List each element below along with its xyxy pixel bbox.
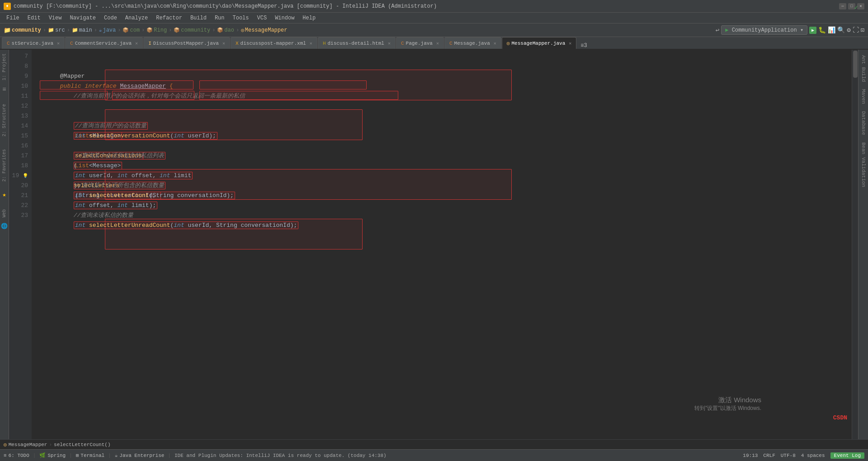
structure-tab[interactable]: 2: Structure <box>1 102 8 138</box>
tab-page[interactable]: C Page.java ✕ <box>396 37 444 49</box>
nav-community-pkg[interactable]: community <box>181 27 210 33</box>
terminal-icon: ⊞ <box>76 452 79 458</box>
menu-navigate[interactable]: Navigate <box>66 14 99 22</box>
plugin-message: IDE and Plugin Updates: IntelliJ IDEA is… <box>175 453 387 458</box>
scroll-thumb[interactable] <box>853 51 858 78</box>
breadcrumb-method[interactable]: selectLetterCount() <box>54 442 110 447</box>
tab-close-stservice[interactable]: ✕ <box>57 41 60 46</box>
menu-code[interactable]: Code <box>100 14 121 22</box>
line-23: 23 <box>9 211 28 221</box>
tab-close-html[interactable]: ✕ <box>388 41 391 46</box>
nav-right: ↩ ▶ CommunityApplication ▾ ▶ 🐛 📊 🔍 ⚙ ⛶ ⊡ <box>716 25 864 35</box>
tab-overflow[interactable]: ≡3 <box>577 42 590 49</box>
line-8: 8 <box>9 61 28 71</box>
breadcrumb-mapper[interactable]: ◎ <box>4 442 7 447</box>
debug-icon[interactable]: 🐛 <box>818 26 826 34</box>
nav-ring-icon: 📦 <box>146 27 153 33</box>
tab-messagemapper[interactable]: ◎ MessageMapper.java ✕ <box>502 37 576 49</box>
tab-close-message[interactable]: ✕ <box>494 41 496 46</box>
line-10: 10 <box>9 81 28 91</box>
nav-ring[interactable]: Ring <box>154 27 167 33</box>
run-button[interactable]: ▶ <box>809 27 816 34</box>
line-19: 19 💡 <box>9 171 28 181</box>
menu-file[interactable]: File <box>3 14 23 22</box>
status-spring[interactable]: 🌿 Spring <box>39 452 66 458</box>
code-editor[interactable]: @Mapper public interface MessageMapper {… <box>32 50 852 439</box>
nav-java[interactable]: java <box>103 27 116 33</box>
status-java-enterprise[interactable]: ☕ Java Enterprise <box>115 452 165 458</box>
tab-commentservice[interactable]: C CommentService.java ✕ <box>65 37 143 49</box>
line-ending[interactable]: CRLF <box>763 453 775 458</box>
web-tab[interactable]: Web <box>1 207 8 219</box>
code-line-20: int selectLetterCount(String conversatio… <box>39 181 852 191</box>
tab-close-discusspostmapper[interactable]: ✕ <box>222 41 225 46</box>
nav-com[interactable]: com <box>130 27 140 33</box>
tab-close-page[interactable]: ✕ <box>436 41 439 46</box>
status-terminal[interactable]: ⊞ Terminal <box>76 452 104 458</box>
line-15: 15 <box>9 131 28 141</box>
settings-icon[interactable]: ⚙ <box>847 26 850 34</box>
structure-icon[interactable]: ≡ <box>2 86 6 93</box>
code-line-15 <box>39 131 852 141</box>
run-config-dropdown[interactable]: ▶ CommunityApplication ▾ <box>721 25 807 35</box>
nav-main[interactable]: main <box>79 27 92 33</box>
nav-src[interactable]: src <box>55 27 65 33</box>
tab-icon-page: C <box>401 41 404 46</box>
tab-message[interactable]: C Message.java ✕ <box>444 37 501 49</box>
tab-stservice[interactable]: C stService.java ✕ <box>2 37 65 49</box>
close-button[interactable]: ✕ <box>857 3 864 9</box>
menu-refactor[interactable]: Refactor <box>152 14 186 22</box>
code-line-10: //查询当前用户的会话列表，针对每个会话只返回一条最新的私信 <box>39 81 852 91</box>
profile-icon[interactable]: 📊 <box>828 26 835 34</box>
nav-dao[interactable]: dao <box>224 27 234 33</box>
event-log-button[interactable]: Event Log <box>830 452 864 459</box>
search-icon[interactable]: 🔍 <box>837 26 845 34</box>
tab-discusspostxml[interactable]: X discusspost-mapper.xml ✕ <box>231 37 317 49</box>
menu-edit[interactable]: Edit <box>24 14 44 22</box>
line-numbers: 7 8 9 10 11 12 13 14 15 16 17 18 19 💡 20… <box>9 50 32 439</box>
ant-build-tab[interactable]: Ant Build <box>859 52 868 85</box>
tab-close-commentservice[interactable]: ✕ <box>135 41 138 46</box>
code-line-8: @Mapper <box>39 61 852 71</box>
maximize-icon[interactable]: ⛶ <box>853 27 859 34</box>
line-16: 16 <box>9 141 28 151</box>
menu-analyze[interactable]: Analyze <box>122 14 151 22</box>
web-icon[interactable]: 🌐 <box>1 223 8 230</box>
expand-icon[interactable]: ⊡ <box>861 26 864 34</box>
menu-vcs[interactable]: VCS <box>254 14 271 22</box>
code-line-13: //查询当前用户的会话数量 <box>39 111 852 121</box>
project-tab[interactable]: 1: Project <box>1 52 8 82</box>
indent[interactable]: 4 spaces <box>801 453 825 458</box>
menu-run[interactable]: Run <box>211 14 228 22</box>
scrollbar[interactable] <box>852 50 858 439</box>
menu-tools[interactable]: Tools <box>229 14 253 22</box>
menu-window[interactable]: Window <box>271 14 298 22</box>
encoding[interactable]: UTF-8 <box>781 453 796 458</box>
tab-close-messagemapper[interactable]: ✕ <box>569 41 571 46</box>
menu-help[interactable]: Help <box>299 14 319 22</box>
tab-icon-xml: X <box>236 41 239 46</box>
tab-discusspostmapper[interactable]: I DiscussPostMapper.java ✕ <box>143 37 230 49</box>
cursor-position[interactable]: 19:13 <box>743 453 758 458</box>
tab-icon-messagemapper: ◎ <box>507 40 510 46</box>
line-22: 22 <box>9 201 28 211</box>
menu-build[interactable]: Build <box>187 14 210 22</box>
nav-main-icon: 📁 <box>72 27 78 33</box>
maven-tab[interactable]: Maven <box>859 85 868 108</box>
database-tab[interactable]: Database <box>859 108 868 139</box>
line-14: 14 <box>9 121 28 131</box>
status-todo[interactable]: ≡ 6: TODO <box>4 453 29 458</box>
code-line-19: //查询某个会话所包含的私信数量 <box>39 171 852 181</box>
nav-mapper-icon: ◎ <box>241 27 244 33</box>
nav-messagemapper[interactable]: MessageMapper <box>245 27 288 33</box>
bean-validation-tab[interactable]: Bean Validation <box>859 139 868 191</box>
nav-community[interactable]: community <box>12 27 41 33</box>
tab-discussdetail[interactable]: H discuss-detail.html ✕ <box>318 37 396 49</box>
breadcrumb-messagemapper[interactable]: MessageMapper <box>9 442 47 447</box>
back-icon[interactable]: ↩ <box>716 26 719 34</box>
favorites-tab[interactable]: 2: Favorites <box>1 147 8 183</box>
menu-view[interactable]: View <box>45 14 66 22</box>
tab-close-xml[interactable]: ✕ <box>310 41 312 46</box>
right-sidebar: Ant Build Maven Database Bean Validation <box>858 50 868 439</box>
minimize-button[interactable]: ─ <box>839 3 846 9</box>
